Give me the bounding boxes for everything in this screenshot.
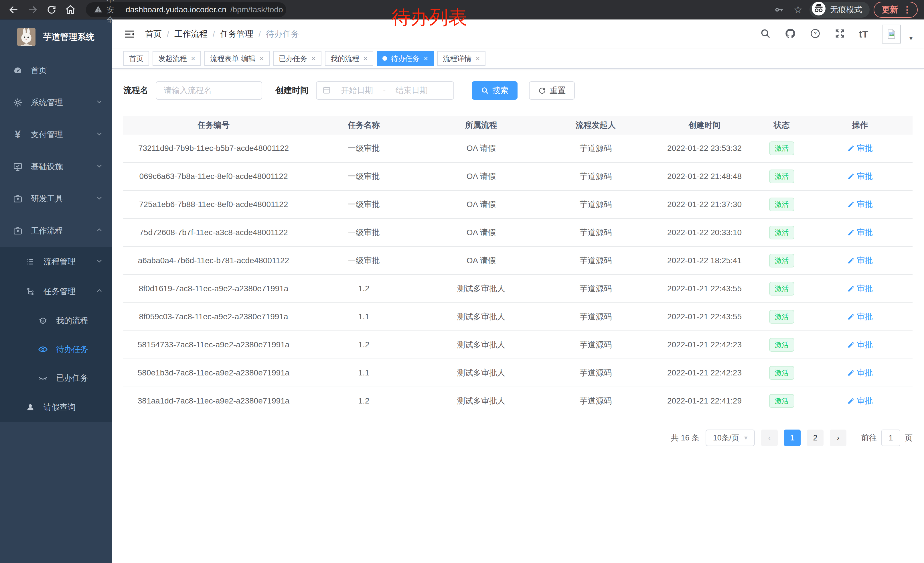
reload-icon[interactable] bbox=[44, 2, 59, 17]
approve-button[interactable]: 审批 bbox=[847, 339, 873, 350]
search-icon[interactable] bbox=[760, 28, 771, 40]
created-time-cell: 2022-01-21 22:41:29 bbox=[653, 396, 756, 405]
process-name-input[interactable] bbox=[156, 81, 262, 100]
sidebar-item-leave-query[interactable]: 请假查询 bbox=[0, 392, 112, 422]
approve-button[interactable]: 审批 bbox=[847, 199, 873, 210]
close-icon[interactable]: × bbox=[363, 55, 368, 62]
fullscreen-icon[interactable] bbox=[834, 28, 845, 40]
tab-home[interactable]: 首页 bbox=[123, 51, 149, 66]
tab-process-detail[interactable]: 流程详情× bbox=[437, 51, 486, 66]
action-cell: 审批 bbox=[807, 283, 912, 294]
close-icon[interactable]: × bbox=[191, 55, 195, 62]
page-button-1[interactable]: 1 bbox=[784, 429, 801, 446]
status-cell: 激活 bbox=[756, 141, 807, 156]
task-name-cell: 一级审批 bbox=[304, 199, 424, 210]
status-cell: 激活 bbox=[756, 310, 807, 324]
avatar[interactable] bbox=[882, 25, 901, 44]
sidebar-item-done-tasks[interactable]: 已办任务 bbox=[0, 364, 112, 392]
created-time-cell: 2022-01-21 22:42:23 bbox=[653, 340, 756, 349]
password-key-icon[interactable] bbox=[772, 2, 787, 17]
chevron-down-icon bbox=[95, 162, 104, 172]
page-size-select[interactable]: 10条/页 ▾ bbox=[706, 429, 755, 446]
close-icon[interactable]: × bbox=[260, 55, 264, 62]
approve-button[interactable]: 审批 bbox=[847, 311, 873, 322]
status-cell: 激活 bbox=[756, 366, 807, 380]
end-date-input[interactable] bbox=[390, 86, 433, 95]
table-row: 580e1b3d-7ac8-11ec-a9e2-a2380e71991a 1.1… bbox=[123, 359, 912, 387]
breadcrumb-separator: / bbox=[258, 30, 261, 39]
sidebar-item-system[interactable]: 系统管理 bbox=[0, 87, 112, 119]
sidebar-label: 研发工具 bbox=[31, 193, 95, 204]
page-content: 流程名 创建时间 - 搜索 bbox=[112, 69, 924, 563]
chevron-down-icon bbox=[95, 257, 104, 267]
github-icon[interactable] bbox=[784, 28, 796, 41]
update-button[interactable]: 更新 ⋮ bbox=[874, 2, 918, 18]
search-button[interactable]: 搜索 bbox=[472, 81, 518, 100]
sidebar-item-my-process[interactable]: 我的流程 bbox=[0, 306, 112, 335]
start-date-input[interactable] bbox=[336, 86, 378, 95]
table-row: 8f0d1619-7ac8-11ec-a9e2-a2380e71991a 1.2… bbox=[123, 275, 912, 303]
incognito-badge: 无痕模式 bbox=[810, 2, 870, 18]
browser-menu-icon[interactable]: ⋮ bbox=[903, 5, 911, 15]
tab-label: 我的流程 bbox=[331, 54, 359, 63]
sidebar-item-payment[interactable]: ¥ 支付管理 bbox=[0, 119, 112, 151]
incognito-icon bbox=[812, 2, 825, 18]
sidebar-item-process-mgmt[interactable]: 流程管理 bbox=[0, 247, 112, 277]
sidebar-label: 请假查询 bbox=[44, 402, 104, 413]
home-icon[interactable] bbox=[63, 2, 78, 17]
approve-button[interactable]: 审批 bbox=[847, 283, 873, 294]
tab-process-form-edit[interactable]: 流程表单-编辑× bbox=[204, 51, 270, 66]
next-page-button[interactable]: › bbox=[830, 429, 846, 446]
approve-button[interactable]: 审批 bbox=[847, 227, 873, 238]
sidebar-item-infra[interactable]: 基础设施 bbox=[0, 151, 112, 183]
active-tab-dot-icon bbox=[382, 56, 387, 61]
tab-done-tasks[interactable]: 已办任务× bbox=[273, 51, 321, 66]
tab-my-process[interactable]: 我的流程× bbox=[325, 51, 373, 66]
bookmark-star-icon[interactable]: ☆ bbox=[790, 2, 806, 17]
tab-start-process[interactable]: 发起流程× bbox=[153, 51, 201, 66]
avatar-dropdown-icon[interactable]: ▾ bbox=[909, 35, 912, 42]
chevron-down-icon bbox=[95, 98, 104, 108]
approve-button[interactable]: 审批 bbox=[847, 395, 873, 406]
reset-button[interactable]: 重置 bbox=[529, 81, 575, 100]
sidebar-item-workflow[interactable]: 工作流程 bbox=[0, 215, 112, 247]
collapse-sidebar-icon[interactable] bbox=[123, 28, 135, 40]
table-row: 73211d9d-7b9b-11ec-b5b7-acde48001122 一级审… bbox=[123, 135, 912, 163]
approve-label: 审批 bbox=[857, 368, 873, 378]
goto-page-input[interactable] bbox=[881, 429, 900, 446]
help-icon[interactable]: ? bbox=[810, 28, 820, 40]
close-icon[interactable]: × bbox=[424, 55, 428, 62]
starter-cell: 芋道源码 bbox=[538, 143, 653, 154]
sidebar-item-todo-tasks[interactable]: 待办任务 bbox=[0, 335, 112, 364]
column-header: 创建时间 bbox=[653, 120, 756, 131]
page-button-2[interactable]: 2 bbox=[807, 429, 824, 446]
breadcrumb-item[interactable]: 任务管理 bbox=[220, 29, 254, 40]
back-icon[interactable] bbox=[6, 2, 21, 17]
tab-todo-tasks[interactable]: 待办任务× bbox=[377, 51, 434, 66]
approve-button[interactable]: 审批 bbox=[847, 368, 873, 378]
action-cell: 审批 bbox=[807, 255, 912, 266]
sidebar-item-home[interactable]: 首页 bbox=[0, 54, 112, 87]
font-size-icon[interactable]: tT bbox=[859, 29, 868, 40]
forward-icon[interactable] bbox=[25, 2, 40, 17]
task-name-cell: 一级审批 bbox=[304, 255, 424, 266]
sidebar-item-dev-tools[interactable]: 研发工具 bbox=[0, 183, 112, 215]
task-name-cell: 1.2 bbox=[304, 396, 424, 405]
table-header-row: 任务编号 任务名称 所属流程 流程发起人 创建时间 状态 操作 bbox=[123, 116, 912, 135]
date-range-picker[interactable]: - bbox=[316, 81, 454, 100]
logo-row[interactable]: 芋道管理系统 bbox=[0, 20, 112, 54]
breadcrumb-item[interactable]: 首页 bbox=[145, 29, 162, 40]
close-icon[interactable]: × bbox=[311, 55, 316, 62]
approve-button[interactable]: 审批 bbox=[847, 143, 873, 154]
eye-closed-icon bbox=[37, 373, 49, 383]
table-row: a6aba0a4-7b6d-11ec-b781-acde48001122 一级审… bbox=[123, 247, 912, 275]
approve-button[interactable]: 审批 bbox=[847, 255, 873, 266]
starter-cell: 芋道源码 bbox=[538, 171, 653, 182]
close-icon[interactable]: × bbox=[476, 55, 480, 62]
prev-page-button[interactable]: ‹ bbox=[761, 429, 778, 446]
address-bar[interactable]: 不安全 dashboard.yudao.iocoder.cn/bpm/task/… bbox=[86, 2, 286, 17]
task-id-cell: 069c6a63-7b8a-11ec-8ef0-acde48001122 bbox=[123, 172, 304, 181]
sidebar-item-task-mgmt[interactable]: 任务管理 bbox=[0, 277, 112, 306]
breadcrumb-item[interactable]: 工作流程 bbox=[174, 29, 207, 40]
approve-button[interactable]: 审批 bbox=[847, 171, 873, 182]
